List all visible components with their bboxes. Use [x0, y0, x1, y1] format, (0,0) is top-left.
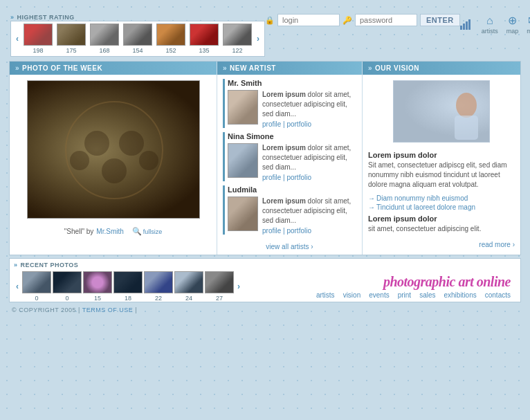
- recent-photo-item[interactable]: 24: [174, 271, 203, 302]
- mail-nav-button[interactable]: ✉ mail: [527, 14, 530, 35]
- artist-row: Lorem ipsum dolor sit amet, consectetuer…: [228, 143, 358, 181]
- artist-profile-link[interactable]: profile: [262, 227, 281, 235]
- map-label: map: [506, 28, 519, 35]
- recent-photos-wrapper: RECENT PHOTOS ‹ 001518222427 › photograp…: [9, 258, 521, 302]
- recent-photo-item[interactable]: 22: [144, 271, 173, 302]
- recent-photo-item[interactable]: 0: [22, 271, 51, 302]
- recent-prev-button[interactable]: ‹: [14, 282, 21, 291]
- artist-section-header: NEW ARTIST: [217, 62, 362, 75]
- vision-link-2[interactable]: Tincidunt ut laoreet dolore magn: [363, 203, 520, 212]
- artist-profile-link[interactable]: profile: [262, 174, 281, 181]
- recent-count: 27: [216, 295, 223, 302]
- artist-description: Lorem ipsum dolor sit amet, consectetuer…: [262, 197, 358, 235]
- footer: © COPYRIGHT 2005 | TERMS OF USE |: [9, 302, 521, 318]
- recent-carousel: ‹ 001518222427 ›: [14, 271, 242, 302]
- magnify-icon: 🔍: [132, 227, 142, 236]
- recent-thumbnail: [174, 271, 203, 293]
- artist-text: Lorem ipsum dolor sit amet, consectetuer…: [262, 197, 358, 226]
- artist-links: profile | portfolio: [262, 227, 358, 235]
- vision-link-2-anchor[interactable]: Tincidunt ut laoreet dolore magn: [376, 203, 475, 211]
- rating-item[interactable]: 152: [156, 24, 185, 54]
- new-artist-section: NEW ARTIST Mr. Smith Lorem ipsum dolor s…: [217, 62, 363, 255]
- svg-point-5: [139, 151, 158, 170]
- recent-thumbnail: [83, 271, 112, 293]
- enter-button[interactable]: ENTER: [420, 14, 460, 26]
- rating-item[interactable]: 168: [90, 24, 119, 54]
- artist-description: Lorem ipsum dolor sit amet, consectetuer…: [262, 143, 358, 181]
- recent-next-button[interactable]: ›: [235, 282, 242, 291]
- recent-thumbnail: [53, 271, 82, 293]
- map-nav-button[interactable]: ⊕ map: [506, 14, 519, 35]
- photo-caption-text: "Shell" by: [64, 228, 94, 235]
- rating-item[interactable]: 175: [57, 24, 86, 54]
- terms-link[interactable]: TERMS OF USE: [82, 307, 134, 313]
- artist-text: Lorem ipsum dolor sit amet, consectetuer…: [262, 143, 358, 172]
- rating-count: 135: [199, 47, 209, 54]
- our-vision-section: OUR VISION Lorem ipsum dolor Sit amet, c…: [363, 62, 520, 255]
- vision-link-1-anchor[interactable]: Diam nonummy nibh euismod: [376, 194, 468, 202]
- bottom-nav-artists[interactable]: artists: [316, 291, 335, 299]
- read-more-link[interactable]: read more: [479, 241, 511, 248]
- key-icon: 🔑: [342, 16, 352, 25]
- artist-thumbnail: [228, 143, 258, 178]
- copyright-text: © COPYRIGHT 2005 |: [12, 307, 80, 313]
- rating-item[interactable]: 154: [123, 24, 152, 54]
- rating-count: 175: [66, 47, 76, 54]
- main-content: PHOTO OF THE WEEK "Shell" by Mr: [9, 61, 521, 255]
- recent-photo-item[interactable]: 27: [205, 271, 234, 302]
- login-area: 🔒 🔑 ENTER: [265, 14, 460, 26]
- read-more[interactable]: read more ›: [363, 238, 520, 251]
- bottom-nav-sales[interactable]: sales: [419, 291, 435, 299]
- rating-thumb: [223, 24, 252, 46]
- vision-section-header: OUR VISION: [363, 62, 520, 75]
- photo-author-link[interactable]: Mr.Smith: [96, 228, 123, 235]
- recent-photo-item[interactable]: 18: [113, 271, 143, 302]
- recent-count: 24: [185, 295, 192, 302]
- rating-thumb: [24, 24, 53, 46]
- password-input[interactable]: [355, 14, 417, 26]
- rating-thumb: [123, 24, 152, 46]
- view-all-artists[interactable]: view all artists ›: [217, 239, 362, 255]
- artist-row: Lorem ipsum dolor sit amet, consectetuer…: [228, 90, 358, 128]
- bottom-nav-events[interactable]: events: [369, 291, 389, 299]
- artist-text: Lorem ipsum dolor sit amet, consectetuer…: [262, 90, 358, 119]
- artist-row: Lorem ipsum dolor sit amet, consectetuer…: [228, 197, 358, 235]
- artist-links: profile | portfolio: [262, 174, 358, 181]
- view-all-artists-link[interactable]: view all artists ›: [266, 243, 313, 250]
- artist-profile-link[interactable]: profile: [262, 120, 281, 128]
- photo-section-header: PHOTO OF THE WEEK: [10, 62, 217, 75]
- vision-link-1[interactable]: Diam nonummy nibh euismod: [363, 194, 520, 203]
- recent-count: 0: [65, 295, 68, 302]
- bottom-nav-exhibitions[interactable]: exhibitions: [444, 291, 476, 299]
- recent-photo-item[interactable]: 0: [53, 271, 82, 302]
- svg-point-2: [119, 131, 144, 156]
- login-input[interactable]: [277, 14, 340, 26]
- artist-links: profile | portfolio: [262, 120, 358, 128]
- bottom-nav-vision[interactable]: vision: [343, 291, 361, 299]
- artist-entry: Ludmila Lorem ipsum dolor sit amet, cons…: [223, 185, 358, 235]
- rating-thumb: [156, 24, 185, 46]
- recent-thumbnail: [144, 271, 173, 293]
- svg-rect-7: [455, 116, 478, 140]
- rating-item[interactable]: 135: [190, 24, 219, 54]
- map-icon: ⊕: [508, 14, 517, 27]
- carousel-next-button[interactable]: ›: [255, 34, 262, 44]
- bottom-nav-contacts[interactable]: contacts: [485, 291, 511, 299]
- artist-portfolio-link[interactable]: portfolio: [286, 120, 311, 128]
- recent-count: 18: [125, 295, 131, 302]
- carousel-prev-button[interactable]: ‹: [14, 34, 21, 44]
- bottom-nav-print[interactable]: print: [398, 291, 411, 299]
- rating-count: 168: [99, 47, 109, 54]
- recent-photo-item[interactable]: 15: [83, 271, 112, 302]
- rating-item[interactable]: 122: [223, 24, 252, 54]
- artist-portfolio-link[interactable]: portfolio: [286, 174, 311, 181]
- rating-item[interactable]: 198: [24, 24, 53, 54]
- home-nav-button[interactable]: ⌂ artists: [482, 15, 498, 35]
- recent-count: 15: [94, 295, 101, 302]
- brand-logo: photographic art online: [242, 275, 516, 289]
- svg-point-6: [456, 93, 477, 118]
- rating-count: 152: [165, 47, 176, 54]
- fullsize-link[interactable]: 🔍 fullsize: [132, 227, 163, 236]
- artist-portfolio-link[interactable]: portfolio: [286, 227, 311, 235]
- svg-point-0: [66, 102, 163, 199]
